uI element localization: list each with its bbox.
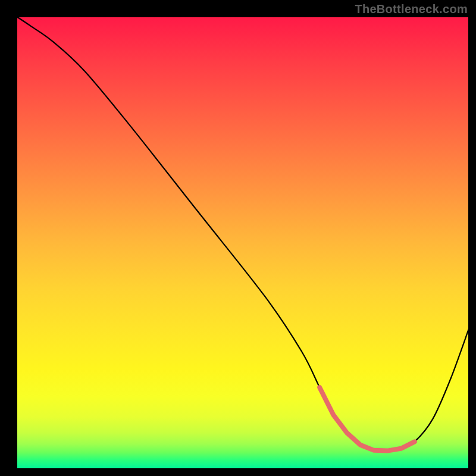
bottleneck-chart xyxy=(0,0,476,476)
chart-stage: TheBottleneck.com xyxy=(0,0,476,476)
watermark-text: TheBottleneck.com xyxy=(355,2,468,16)
gradient-background xyxy=(17,17,469,469)
